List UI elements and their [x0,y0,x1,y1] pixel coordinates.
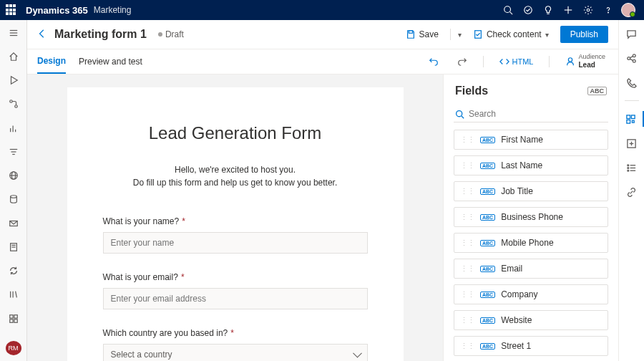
field-search[interactable] [454,106,608,122]
chat-icon[interactable] [624,26,640,42]
q2-label: What is your email?* [103,272,368,282]
svg-rect-47 [627,120,630,123]
audience-button[interactable]: AudienceLead [562,51,608,72]
grip-icon: ⋮⋮ [460,316,474,325]
field-item[interactable]: ⋮⋮ABCCompany [454,284,608,304]
save-chevron-icon[interactable]: ▾ [458,31,462,39]
grip-icon: ⋮⋮ [460,161,474,170]
undo-icon[interactable] [426,54,441,69]
site-nav-rail: RM [0,20,27,361]
user-avatar[interactable] [618,0,638,20]
lightbulb-icon[interactable] [538,0,558,20]
phone-icon[interactable] [624,74,640,90]
check-content-button[interactable]: Check content ▾ [469,27,553,42]
tab-design[interactable]: Design [37,49,66,74]
svg-point-2 [525,6,532,14]
form-icon[interactable] [4,239,23,255]
library-icon[interactable] [4,287,23,303]
svg-point-6 [587,9,590,11]
svg-point-55 [628,164,629,165]
field-item-label: First Name [501,135,543,145]
search-icon[interactable] [498,0,518,20]
brand-name: Dynamics 365 [26,5,88,16]
q3-select[interactable]: Select a country [103,344,368,361]
field-item[interactable]: ⋮⋮ABCEmail [454,259,608,279]
text-field-chip-icon[interactable]: ABC [587,87,608,95]
q2-input[interactable] [103,288,368,309]
svg-line-30 [15,292,16,298]
svg-point-12 [9,100,12,103]
svg-rect-34 [14,319,16,322]
cycle-icon[interactable] [4,263,23,279]
hamburger-icon[interactable] [4,24,23,41]
grip-icon: ⋮⋮ [460,239,474,248]
filter-icon[interactable] [4,143,23,160]
search-input[interactable] [469,109,607,119]
q1-input[interactable] [103,232,368,254]
field-item-label: Job Title [501,186,533,196]
add-panel-icon[interactable] [624,135,640,151]
redo-icon[interactable] [454,54,470,69]
back-icon[interactable] [37,29,47,41]
persona-badge[interactable]: RM [6,341,21,355]
field-item[interactable]: ⋮⋮ABCStreet 1 [454,336,608,356]
form-card: Lead Generation Form Hello, we're excite… [67,87,404,361]
field-item-label: Street 1 [501,341,531,351]
globe-icon[interactable] [4,168,23,184]
svg-point-42 [633,59,635,62]
svg-line-39 [462,115,464,117]
svg-point-23 [10,196,16,198]
settings-icon[interactable] [578,0,598,20]
chart-icon[interactable] [4,120,23,136]
svg-point-40 [628,57,630,59]
publish-button[interactable]: Publish [560,26,608,43]
field-item-label: Business Phone [501,212,563,222]
link-icon[interactable] [624,184,640,200]
add-icon[interactable] [558,0,578,20]
q3-label: Which country are you based in?* [103,328,368,338]
tab-preview[interactable]: Preview and test [79,50,142,73]
module-name: Marketing [94,5,132,15]
checklist-icon[interactable] [624,160,640,175]
field-item[interactable]: ⋮⋮ABCLast Name [454,155,608,175]
svg-rect-45 [627,115,630,118]
field-item[interactable]: ⋮⋮ABCJob Title [454,181,608,201]
share-icon[interactable] [624,50,640,66]
play-icon[interactable] [4,72,23,89]
field-item-label: Company [501,289,537,299]
journey-icon[interactable] [4,96,23,112]
field-list: ⋮⋮ABCFirst Name⋮⋮ABCLast Name⋮⋮ABCJob Ti… [444,130,618,361]
html-label: HTML [512,57,534,66]
form-intro: Hello, we're excited to host you. Do fil… [103,163,368,189]
grid-icon[interactable] [4,310,23,327]
svg-line-43 [630,56,633,57]
field-item[interactable]: ⋮⋮ABCMobile Phone [454,233,608,253]
field-item[interactable]: ⋮⋮ABCFirst Name [454,130,608,150]
field-item[interactable]: ⋮⋮ABCWebsite [454,310,608,330]
field-item-label: Last Name [501,160,542,170]
home-icon[interactable] [4,48,23,64]
field-item-label: Email [501,264,522,274]
text-tag-icon: ABC [480,214,495,221]
svg-rect-33 [9,319,12,322]
command-bar: Marketing form 1 Draft Save ▾ Check cont… [27,20,618,49]
task-icon[interactable] [518,0,538,20]
svg-rect-48 [632,120,634,122]
chevron-down-icon: ▾ [545,31,549,39]
mail-icon[interactable] [4,215,23,231]
elements-icon[interactable] [619,111,644,127]
field-item[interactable]: ⋮⋮ABCBusiness Phone [454,207,608,227]
text-tag-icon: ABC [480,343,495,350]
svg-rect-32 [14,314,16,317]
form-canvas[interactable]: Lead Generation Form Hello, we're excite… [27,74,443,361]
grip-icon: ⋮⋮ [460,290,474,299]
db-icon[interactable] [4,191,23,208]
html-button[interactable]: HTML [497,54,537,69]
page-title: Marketing form 1 [54,28,147,41]
svg-line-1 [510,12,513,15]
svg-point-57 [628,170,629,171]
app-launcher-icon[interactable] [6,4,17,16]
help-icon[interactable] [598,0,618,20]
grip-icon: ⋮⋮ [460,213,474,222]
save-button[interactable]: Save [401,27,443,42]
